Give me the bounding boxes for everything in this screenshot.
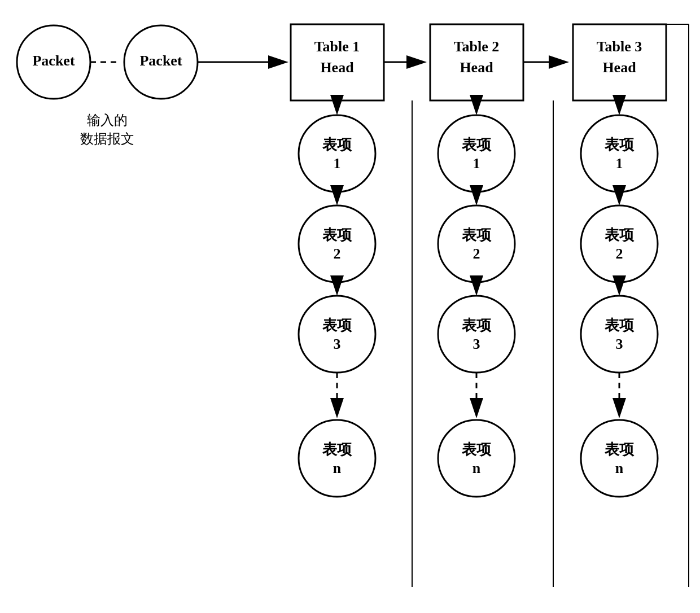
input-label-line1: 输入的 bbox=[87, 112, 128, 128]
input-label-line2: 数据报文 bbox=[80, 131, 134, 146]
table2-head-label1: Table 2 bbox=[454, 38, 500, 55]
table1-entryn-label2: n bbox=[333, 460, 342, 476]
table2-entryn-circle bbox=[438, 420, 515, 497]
table2-entry3-circle bbox=[438, 296, 515, 373]
table3-entry1-label2: 1 bbox=[616, 155, 623, 172]
packet1-label: Packet bbox=[32, 52, 75, 69]
table3-head-label1: Table 3 bbox=[597, 38, 642, 55]
table2-entry1-label2: 1 bbox=[473, 155, 480, 172]
table2-entry2-circle bbox=[438, 205, 515, 282]
table3-entryn-circle bbox=[581, 420, 658, 497]
table3-entry3-circle bbox=[581, 296, 658, 373]
table1-entryn-label1: 表项 bbox=[322, 441, 352, 458]
table3-head-label2: Head bbox=[602, 59, 636, 76]
diagram-container: Packet Packet 输入的 数据报文 Table 1 Head Tabl… bbox=[0, 0, 700, 613]
table1-entry2-circle bbox=[299, 205, 375, 282]
table1-entry3-circle bbox=[299, 296, 375, 373]
table3-entry1-circle bbox=[581, 115, 658, 192]
diagram-svg: Packet Packet 输入的 数据报文 Table 1 Head Tabl… bbox=[0, 0, 700, 613]
table2-entry3-label1: 表项 bbox=[462, 317, 492, 334]
table2-entryn-label2: n bbox=[473, 460, 481, 476]
table1-head-label1: Table 1 bbox=[314, 38, 360, 55]
table2-head-label2: Head bbox=[460, 59, 493, 76]
table2-entry2-label2: 2 bbox=[473, 246, 480, 262]
table2-entryn-label1: 表项 bbox=[462, 441, 492, 458]
table3-entry2-label1: 表项 bbox=[605, 226, 635, 243]
packet2-label: Packet bbox=[139, 52, 182, 69]
table1-entry2-label1: 表项 bbox=[322, 226, 352, 243]
table1-head-label2: Head bbox=[320, 59, 354, 76]
table3-entry3-label2: 3 bbox=[616, 336, 623, 352]
table2-entry1-circle bbox=[438, 115, 515, 192]
table3-entry1-label1: 表项 bbox=[605, 136, 635, 153]
table1-entry1-circle bbox=[299, 115, 375, 192]
table2-entry2-label1: 表项 bbox=[462, 226, 492, 243]
table1-entry2-label2: 2 bbox=[334, 246, 341, 262]
table1-entry1-label2: 1 bbox=[334, 155, 341, 172]
table1-entry3-label2: 3 bbox=[334, 336, 341, 352]
table1-entry1-label1: 表项 bbox=[322, 136, 352, 153]
table3-entryn-label2: n bbox=[615, 460, 624, 476]
table2-entry3-label2: 3 bbox=[473, 336, 480, 352]
table3-entry3-label1: 表项 bbox=[605, 317, 635, 334]
table3-entry2-label2: 2 bbox=[616, 246, 623, 262]
table1-entryn-circle bbox=[299, 420, 375, 497]
table3-entryn-label1: 表项 bbox=[605, 441, 635, 458]
table2-entry1-label1: 表项 bbox=[462, 136, 492, 153]
table1-entry3-label1: 表项 bbox=[322, 317, 352, 334]
table3-entry2-circle bbox=[581, 205, 658, 282]
